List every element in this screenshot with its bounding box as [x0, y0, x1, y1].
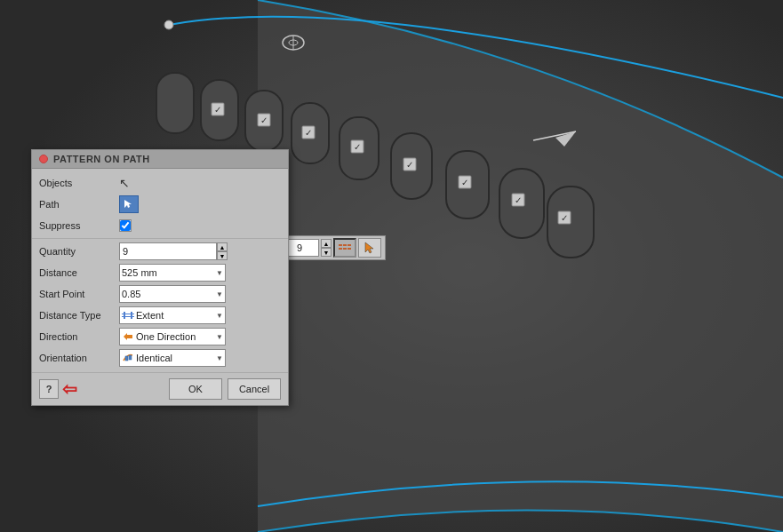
- canvas-cursor-btn[interactable]: [358, 238, 381, 258]
- quantity-label: Quantity: [39, 246, 119, 257]
- svg-marker-44: [124, 333, 132, 340]
- distance-type-value: Extent: [136, 310, 214, 321]
- distance-type-arrow: ▼: [216, 312, 223, 320]
- canvas-spin-down[interactable]: ▼: [321, 248, 332, 257]
- quantity-spin-down[interactable]: ▼: [217, 251, 228, 260]
- direction-icon: [122, 330, 134, 343]
- orientation-label: Orientation: [39, 353, 119, 363]
- pattern-on-path-dialog: PATTERN ON PATH Objects ↖ Path Suppress: [31, 149, 289, 406]
- svg-marker-39: [124, 200, 132, 208]
- canvas-spin-up[interactable]: ▲: [321, 239, 332, 248]
- dialog-footer: ? ⇦ OK Cancel: [32, 372, 288, 405]
- canvas-toolbar: 9 ▲ ▼: [276, 235, 386, 260]
- orientation-control: Identical ▼: [119, 349, 281, 367]
- svg-rect-3: [156, 73, 194, 133]
- dialog-body: Objects ↖ Path Suppress: [32, 169, 288, 372]
- dialog-title: PATTERN ON PATH: [53, 154, 150, 164]
- start-point-control: 0.85 ▼: [119, 285, 281, 303]
- svg-marker-38: [365, 242, 373, 253]
- svg-rect-34: [348, 244, 351, 246]
- orientation-arrow: ▼: [216, 354, 223, 362]
- orientation-row: Orientation Identical ▼: [32, 347, 288, 369]
- svg-text:✓: ✓: [406, 160, 413, 170]
- distance-row: Distance 525 mm ▼: [32, 262, 288, 283]
- canvas-spin-buttons: ▲ ▼: [321, 239, 332, 257]
- distance-type-label: Distance Type: [39, 310, 119, 321]
- footer-buttons: OK Cancel: [169, 378, 281, 400]
- svg-rect-36: [343, 248, 347, 250]
- distance-value: 525 mm: [122, 267, 214, 278]
- direction-arrow: ▼: [216, 333, 223, 341]
- suppress-checkbox[interactable]: [119, 219, 132, 232]
- distance-label: Distance: [39, 267, 119, 278]
- distance-type-icon: [122, 309, 134, 322]
- distance-type-control: Extent ▼: [119, 306, 281, 324]
- dialog-titlebar[interactable]: PATTERN ON PATH: [32, 150, 288, 169]
- direction-dropdown[interactable]: One Direction ▼: [119, 328, 226, 345]
- quantity-control: 9 ▲ ▼: [119, 242, 281, 260]
- distance-dropdown[interactable]: 525 mm ▼: [119, 264, 226, 282]
- footer-left: ? ⇦: [39, 378, 77, 400]
- objects-control: ↖: [119, 176, 281, 190]
- svg-text:✓: ✓: [515, 195, 522, 205]
- start-point-dropdown[interactable]: 0.85 ▼: [119, 285, 226, 303]
- start-point-value: 0.85: [122, 289, 214, 299]
- separator-1: [32, 238, 288, 239]
- objects-row: Objects ↖: [32, 172, 288, 194]
- ok-button[interactable]: OK: [169, 378, 222, 400]
- quantity-spin: ▲ ▼: [217, 242, 228, 260]
- svg-rect-45: [125, 356, 128, 361]
- svg-text:✓: ✓: [305, 128, 312, 138]
- suppress-checkbox-input[interactable]: [120, 220, 131, 231]
- svg-text:✓: ✓: [354, 142, 361, 152]
- quantity-spin-up[interactable]: ▲: [217, 242, 228, 251]
- direction-row: Direction One Direction ▼: [32, 326, 288, 347]
- svg-rect-43: [131, 312, 132, 319]
- svg-text:✓: ✓: [461, 178, 468, 187]
- path-row: Path: [32, 194, 288, 215]
- back-arrow-icon: ⇦: [62, 378, 77, 400]
- start-point-dropdown-arrow: ▼: [216, 290, 223, 298]
- svg-rect-46: [129, 355, 132, 360]
- objects-label: Objects: [39, 178, 119, 188]
- distance-type-row: Distance Type Extent ▼: [32, 305, 288, 326]
- path-select-btn[interactable]: [119, 195, 139, 213]
- quantity-row: Quantity 9 ▲ ▼: [32, 241, 288, 262]
- quantity-input[interactable]: 9: [119, 242, 217, 260]
- suppress-row: Suppress: [32, 215, 288, 236]
- path-label: Path: [39, 199, 119, 210]
- svg-text:✓: ✓: [214, 105, 221, 115]
- orientation-icon: [122, 352, 134, 364]
- direction-value: One Direction: [136, 331, 214, 342]
- svg-text:✓: ✓: [260, 115, 268, 125]
- path-control: [119, 195, 281, 213]
- svg-point-28: [164, 20, 173, 29]
- cancel-button[interactable]: Cancel: [228, 378, 281, 400]
- suppress-label: Suppress: [39, 220, 119, 231]
- svg-text:✓: ✓: [561, 213, 568, 223]
- svg-rect-42: [124, 312, 125, 319]
- distance-dropdown-arrow: ▼: [216, 269, 223, 277]
- orientation-dropdown[interactable]: Identical ▼: [119, 349, 226, 367]
- svg-rect-33: [343, 244, 347, 246]
- start-point-row: Start Point 0.85 ▼: [32, 283, 288, 305]
- start-point-label: Start Point: [39, 289, 119, 299]
- distance-type-dropdown[interactable]: Extent ▼: [119, 306, 226, 324]
- dialog-close-icon[interactable]: [39, 155, 48, 163]
- direction-control: One Direction ▼: [119, 328, 281, 345]
- svg-rect-37: [348, 248, 351, 250]
- help-button[interactable]: ?: [39, 379, 59, 399]
- svg-rect-35: [339, 248, 342, 250]
- svg-rect-32: [339, 244, 342, 246]
- distance-control: 525 mm ▼: [119, 264, 281, 282]
- cursor-icon: ↖: [119, 176, 130, 190]
- help-icon: ?: [46, 384, 52, 394]
- suppress-control: [119, 219, 281, 232]
- orientation-value: Identical: [136, 353, 214, 363]
- quantity-input-wrapper: 9 ▲ ▼: [119, 242, 228, 260]
- canvas-align-btn[interactable]: [333, 238, 356, 258]
- direction-label: Direction: [39, 331, 119, 342]
